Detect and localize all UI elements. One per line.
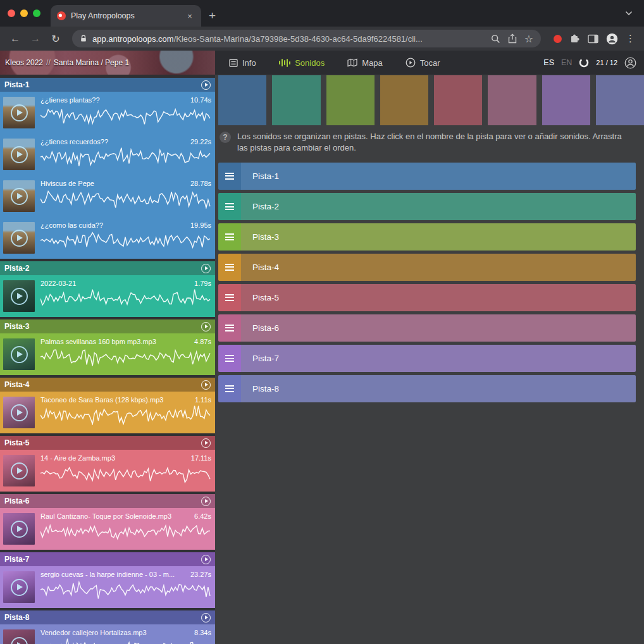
- track-color-swatch[interactable]: [326, 75, 375, 125]
- address-bar[interactable]: app.antropoloops.com/Kleos-Santa-Marina/…: [72, 30, 541, 47]
- clip-item[interactable]: Hiviscus de Pepe28.78s: [0, 175, 215, 217]
- track-play-button[interactable]: [201, 497, 211, 506]
- reload-button[interactable]: ↻: [47, 30, 65, 47]
- drag-handle[interactable]: [218, 284, 241, 311]
- account-icon[interactable]: [624, 57, 636, 69]
- track-play-button[interactable]: [201, 438, 211, 448]
- track-play-button[interactable]: [201, 555, 211, 564]
- clip-thumbnail[interactable]: [3, 629, 35, 644]
- track-color-swatch[interactable]: [596, 75, 644, 125]
- track-color-swatch[interactable]: [218, 75, 266, 125]
- track-play-button[interactable]: [201, 322, 211, 331]
- track-play-button[interactable]: [201, 380, 211, 390]
- drag-handle[interactable]: [218, 375, 241, 402]
- clip-item[interactable]: 2022-03-211.79s: [0, 275, 215, 317]
- track-play-button[interactable]: [201, 613, 211, 622]
- browser-profile-avatar[interactable]: [606, 33, 618, 45]
- track-header[interactable]: Pista-2: [0, 261, 215, 275]
- nav-info[interactable]: Info: [229, 58, 256, 68]
- track-header[interactable]: Pista-4: [0, 378, 215, 392]
- track-row[interactable]: Pista-1: [218, 163, 636, 190]
- clip-thumbnail[interactable]: [3, 397, 35, 428]
- lang-en-button[interactable]: EN: [561, 58, 572, 67]
- clip-thumbnail[interactable]: [3, 338, 35, 370]
- waveform[interactable]: [40, 230, 211, 251]
- track-header[interactable]: Pista-5: [0, 436, 215, 450]
- track-row-name[interactable]: Pista-1: [241, 163, 636, 190]
- bookmark-star-icon[interactable]: ☆: [524, 33, 533, 45]
- track-row-name[interactable]: Pista-7: [241, 345, 636, 372]
- clip-thumbnail[interactable]: [3, 571, 35, 603]
- clip-item[interactable]: Vendedor callejero Hortalizas.mp38.34s: [0, 624, 215, 644]
- track-header[interactable]: Pista-8: [0, 610, 215, 624]
- track-row-name[interactable]: Pista-2: [241, 193, 636, 220]
- track-color-swatch[interactable]: [488, 75, 536, 125]
- waveform[interactable]: [40, 105, 211, 125]
- track-row-name[interactable]: Pista-4: [241, 254, 636, 281]
- drag-handle[interactable]: [218, 163, 241, 190]
- drag-handle[interactable]: [218, 314, 241, 342]
- side-panel-icon[interactable]: [588, 34, 598, 44]
- track-row[interactable]: Pista-8: [218, 375, 636, 402]
- zoom-icon[interactable]: [491, 34, 500, 44]
- track-row[interactable]: Pista-7: [218, 345, 636, 372]
- clip-thumbnail[interactable]: [3, 513, 35, 545]
- nav-sonidos[interactable]: Sonidos: [279, 58, 325, 68]
- close-window-button[interactable]: [8, 9, 15, 17]
- zoom-window-button[interactable]: [33, 9, 40, 17]
- clip-item[interactable]: ¿¿como las cuida??19.95s: [0, 217, 215, 259]
- lock-icon[interactable]: [80, 34, 87, 43]
- lang-es-button[interactable]: ES: [543, 58, 554, 67]
- browser-menu-kebab-icon[interactable]: ⋮: [626, 33, 635, 44]
- clip-item[interactable]: sergio cuevas - la harpe indienne - 03 -…: [0, 566, 215, 608]
- drag-handle[interactable]: [218, 193, 241, 220]
- nav-mapa[interactable]: Mapa: [347, 58, 383, 68]
- clip-thumbnail[interactable]: [3, 222, 35, 254]
- track-play-button[interactable]: [201, 80, 211, 90]
- back-button[interactable]: ←: [6, 30, 24, 47]
- waveform[interactable]: [40, 147, 211, 167]
- breadcrumb[interactable]: Kleos 2022 // Santa Marina / Pepe 1: [5, 58, 129, 67]
- track-row-name[interactable]: Pista-8: [241, 375, 636, 402]
- drag-handle[interactable]: [218, 254, 241, 281]
- clip-item[interactable]: 14 - Aire de Zamba.mp317.11s: [0, 450, 215, 492]
- track-row[interactable]: Pista-5: [218, 284, 636, 311]
- clip-item[interactable]: ¿¿tienes plantas??10.74s: [0, 92, 215, 133]
- track-play-button[interactable]: [201, 264, 211, 273]
- tab-search-chevron-icon[interactable]: [625, 11, 633, 16]
- clip-item[interactable]: Palmas sevillanas 160 bpm mp3.mp34.87s: [0, 333, 215, 375]
- waveform[interactable]: [40, 521, 211, 542]
- clip-item[interactable]: Raul Cantizano- Toque por Solenoide.mp36…: [0, 508, 215, 550]
- waveform[interactable]: [40, 189, 211, 209]
- track-color-swatch[interactable]: [272, 75, 320, 125]
- clip-thumbnail[interactable]: [3, 455, 35, 486]
- recording-extension-icon[interactable]: [554, 35, 562, 43]
- new-tab-button[interactable]: +: [209, 9, 216, 23]
- track-header[interactable]: Pista-7: [0, 552, 215, 566]
- track-row[interactable]: Pista-2: [218, 193, 636, 220]
- waveform[interactable]: [40, 463, 211, 483]
- breadcrumb-project[interactable]: Kleos 2022: [5, 58, 43, 67]
- track-color-swatch[interactable]: [380, 75, 428, 125]
- forward-button[interactable]: →: [27, 30, 44, 47]
- clip-thumbnail[interactable]: [3, 280, 35, 312]
- waveform[interactable]: [40, 405, 211, 425]
- track-row[interactable]: Pista-4: [218, 254, 636, 281]
- waveform[interactable]: [40, 638, 211, 644]
- clip-item[interactable]: Taconeo de Sara Baras (128 kbps).mp31.11…: [0, 392, 215, 433]
- track-row-name[interactable]: Pista-3: [241, 223, 636, 251]
- waveform[interactable]: [40, 288, 211, 309]
- track-color-swatch[interactable]: [542, 75, 590, 125]
- track-color-swatch[interactable]: [434, 75, 482, 125]
- clip-thumbnail[interactable]: [3, 97, 35, 128]
- nav-tocar[interactable]: Tocar: [406, 58, 440, 68]
- waveform[interactable]: [40, 579, 211, 600]
- track-row[interactable]: Pista-3: [218, 223, 636, 251]
- drag-handle[interactable]: [218, 345, 241, 372]
- waveform[interactable]: [40, 347, 211, 367]
- track-row-name[interactable]: Pista-5: [241, 284, 636, 311]
- share-icon[interactable]: [508, 34, 517, 44]
- track-header[interactable]: Pista-6: [0, 494, 215, 508]
- track-header[interactable]: Pista-1: [0, 78, 215, 92]
- track-row[interactable]: Pista-6: [218, 314, 636, 342]
